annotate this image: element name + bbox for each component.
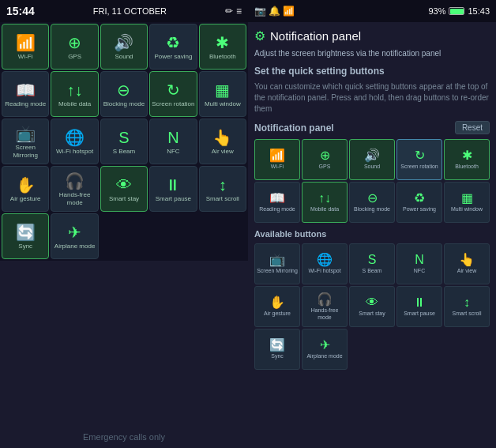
- wifi_hotspot-avail-icon: 🌐: [317, 254, 333, 266]
- quick-btn-hands_free[interactable]: 🎧Hands-free mode: [51, 166, 98, 212]
- quick-btn-screen_mirroring[interactable]: 📺Screen Mirroring: [2, 119, 49, 164]
- panel-header: ⚙ Notification panel: [254, 28, 490, 43]
- mobile_data-active-icon: ↑↓: [318, 192, 331, 205]
- avail-btn-air_gesture[interactable]: ✋Air gesture: [254, 286, 300, 327]
- quick-btn-mobile_data[interactable]: ↑↓Mobile data: [51, 71, 98, 117]
- quick-btn-smart_pause[interactable]: ⏸Smart pause: [149, 166, 197, 212]
- wifi-active-icon: 📶: [269, 149, 285, 162]
- active-btn-power_saving[interactable]: ♻Power saving: [396, 182, 442, 223]
- airplane-avail-label: Airplane mode: [306, 353, 342, 360]
- quick-btn-bluetooth[interactable]: ✱Bluetooth: [199, 24, 246, 70]
- right-status-right: 93% 15:43: [428, 6, 490, 16]
- avail-btn-airplane[interactable]: ✈Airplane mode: [302, 329, 348, 370]
- mobile_data-label: Mobile data: [58, 100, 91, 108]
- sound-icon: 🔊: [114, 35, 133, 51]
- quick-btn-nfc[interactable]: NNFC: [149, 119, 197, 164]
- quick-btn-reading_mode[interactable]: 📖Reading mode: [2, 71, 49, 117]
- smart_pause-avail-label: Smart pause: [404, 311, 435, 317]
- air_view-icon: 👆: [212, 130, 232, 145]
- avail-btn-smart_pause[interactable]: ⏸Smart pause: [396, 286, 442, 327]
- quick-btn-sound[interactable]: 🔊Sound: [100, 24, 148, 70]
- smart_pause-icon: ⏸: [165, 177, 181, 193]
- sync-avail-label: Sync: [271, 353, 284, 360]
- active-btn-mobile_data[interactable]: ↑↓Mobile data: [302, 182, 348, 223]
- panel-title: Notification panel: [270, 29, 361, 43]
- section-desc: You can customize which quick setting bu…: [254, 81, 490, 115]
- active-btn-sound[interactable]: 🔊Sound: [349, 139, 395, 180]
- air_gesture-icon: ✋: [16, 177, 36, 193]
- screenshot-icon: 📷: [254, 6, 266, 17]
- reading_mode-label: Reading mode: [5, 100, 46, 108]
- smart_pause-label: Smart pause: [156, 195, 191, 203]
- blocking_mode-active-icon: ⊖: [367, 192, 378, 205]
- left-panel: 15:44 FRI, 11 OCTOBER ✏ ≡ 📶Wi-Fi⊕GPS🔊Sou…: [0, 0, 248, 448]
- smart_stay-label: Smart stay: [109, 195, 139, 203]
- screen_mirroring-avail-icon: 📺: [269, 254, 285, 266]
- power_saving-active-icon: ♻: [414, 192, 425, 205]
- quick-btn-wifi[interactable]: 📶Wi-Fi: [2, 24, 49, 70]
- s_beam-icon: S: [118, 130, 129, 145]
- avail-btn-hands_free[interactable]: 🎧Hands-free mode: [302, 286, 348, 327]
- smart_scroll-icon: ↕: [219, 177, 227, 193]
- quick-btn-screen_rotation[interactable]: ↻Screen rotation: [149, 71, 197, 117]
- bluetooth-icon: ✱: [216, 35, 229, 51]
- avail-btn-sync[interactable]: 🔄Sync: [254, 329, 300, 370]
- smart_stay-icon: 👁: [116, 177, 132, 193]
- quick-btn-wifi_hotspot[interactable]: 🌐Wi-Fi hotspot: [51, 119, 98, 164]
- screen_mirroring-icon: 📺: [16, 126, 36, 141]
- smart_stay-avail-label: Smart stay: [359, 311, 385, 317]
- left-date: FRI, 11 OCTOBER: [93, 6, 167, 16]
- reading_mode-active-label: Reading mode: [259, 206, 295, 213]
- air_gesture-avail-label: Air gesture: [264, 311, 291, 317]
- screen_rotation-label: Screen rotation: [152, 100, 194, 108]
- avail-btn-nfc[interactable]: NNFC: [396, 243, 442, 284]
- active-btn-gps[interactable]: ⊕GPS: [302, 139, 348, 180]
- s_beam-avail-label: S Beam: [363, 268, 382, 274]
- quick-btn-air_gesture[interactable]: ✋Air gesture: [2, 166, 49, 212]
- active-btn-wifi[interactable]: 📶Wi-Fi: [254, 139, 300, 180]
- quick-btn-multi_window[interactable]: ▦Multi window: [199, 71, 246, 117]
- avail-btn-screen_mirroring[interactable]: 📺Screen Mirroring: [254, 243, 300, 284]
- quick-btn-blocking_mode[interactable]: ⊖Blocking mode: [100, 71, 148, 117]
- menu-icon: ≡: [236, 6, 242, 17]
- available-buttons-grid: 📺Screen Mirroring🌐Wi-Fi hotspotSS BeamNN…: [254, 243, 490, 370]
- active-btn-reading_mode[interactable]: 📖Reading mode: [254, 182, 300, 223]
- air_gesture-label: Air gesture: [10, 195, 41, 203]
- s_beam-label: S Beam: [113, 148, 135, 156]
- bluetooth-active-icon: ✱: [462, 149, 472, 162]
- edit-icon: ✏: [225, 6, 233, 17]
- active-btn-multi_window[interactable]: ▦Multi window: [444, 182, 490, 223]
- battery-icon: [449, 7, 464, 15]
- avail-btn-s_beam[interactable]: SS Beam: [349, 243, 395, 284]
- avail-btn-smart_scroll[interactable]: ↕Smart scroll: [444, 286, 490, 327]
- nfc-avail-label: NFC: [414, 268, 425, 274]
- avail-btn-wifi_hotspot[interactable]: 🌐Wi-Fi hotspot: [302, 243, 348, 284]
- active-buttons-grid: 📶Wi-Fi⊕GPS🔊Sound↻Screen rotation✱Bluetoo…: [254, 139, 490, 223]
- quick-btn-sync[interactable]: 🔄Sync: [2, 213, 49, 259]
- quick-btn-s_beam[interactable]: SS Beam: [100, 119, 148, 164]
- hands_free-label: Hands-free mode: [53, 191, 96, 206]
- reset-button[interactable]: Reset: [455, 121, 490, 134]
- quick-btn-smart_scroll[interactable]: ↕Smart scroll: [199, 166, 246, 212]
- avail-btn-air_view[interactable]: 👆Air view: [444, 243, 490, 284]
- quick-btn-airplane[interactable]: ✈Airplane mode: [51, 213, 98, 259]
- smart_stay-avail-icon: 👁: [366, 296, 378, 309]
- active-btn-blocking_mode[interactable]: ⊖Blocking mode: [349, 182, 395, 223]
- battery-pct: 93%: [428, 6, 445, 16]
- quick-btn-gps[interactable]: ⊕GPS: [51, 24, 98, 70]
- air_gesture-avail-icon: ✋: [269, 296, 285, 309]
- avail-btn-smart_stay[interactable]: 👁Smart stay: [349, 286, 395, 327]
- blocking_mode-icon: ⊖: [117, 82, 130, 98]
- quick-btn-power_saving[interactable]: ♻Power saving: [149, 24, 197, 70]
- mobile_data-icon: ↑↓: [67, 82, 83, 98]
- smart_scroll-label: Smart scroll: [206, 195, 239, 203]
- active-btn-screen_rotation[interactable]: ↻Screen rotation: [396, 139, 442, 180]
- quick-btn-air_view[interactable]: 👆Air view: [199, 119, 246, 164]
- left-time: 15:44: [6, 5, 35, 17]
- quick-btn-smart_stay[interactable]: 👁Smart stay: [100, 166, 148, 212]
- sound-active-label: Sound: [364, 164, 380, 170]
- notification-panel-label: Notification panel: [254, 122, 334, 134]
- gps-active-label: GPS: [319, 164, 331, 170]
- multi_window-icon: ▦: [215, 82, 230, 98]
- active-btn-bluetooth[interactable]: ✱Bluetooth: [444, 139, 490, 180]
